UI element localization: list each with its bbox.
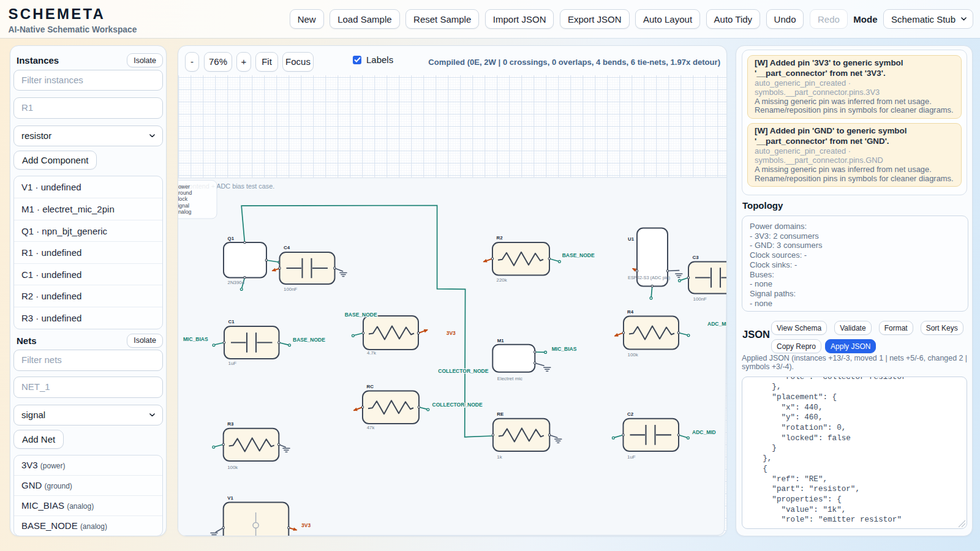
- svg-text:RC: RC: [367, 384, 374, 389]
- svg-text:C4: C4: [284, 245, 290, 250]
- svg-text:RE: RE: [497, 411, 503, 417]
- svg-text:3V3: 3V3: [301, 522, 311, 528]
- svg-text:U1: U1: [628, 236, 635, 242]
- svg-text:C1: C1: [228, 319, 235, 324]
- svg-text:100k: 100k: [227, 465, 238, 470]
- svg-text:power: power: [178, 184, 190, 190]
- svg-text:C3: C3: [693, 255, 699, 260]
- svg-text:ADC_MID: ADC_MID: [692, 429, 716, 435]
- svg-text:ESP32-S3 (ADC pin): ESP32-S3 (ADC pin): [628, 275, 670, 280]
- svg-text:MIC_BIAS: MIC_BIAS: [552, 346, 577, 352]
- svg-text:100k: 100k: [628, 352, 638, 358]
- svg-text:MIC_BIAS: MIC_BIAS: [183, 336, 208, 342]
- svg-text:1uF: 1uF: [228, 361, 237, 366]
- svg-text:C2: C2: [627, 411, 634, 417]
- svg-text:1uF: 1uF: [627, 454, 636, 460]
- svg-text:220k: 220k: [497, 277, 507, 283]
- svg-text:3V3: 3V3: [447, 330, 456, 336]
- svg-text:Q1: Q1: [228, 236, 235, 241]
- svg-text:4.7k: 4.7k: [367, 350, 376, 356]
- svg-text:signal: signal: [178, 203, 189, 209]
- svg-text:ADC_MID: ADC_MID: [707, 321, 726, 327]
- svg-text:1k: 1k: [497, 454, 502, 460]
- svg-text:2N3904: 2N3904: [228, 280, 245, 285]
- svg-text:100nF: 100nF: [693, 296, 707, 302]
- svg-text:clock: clock: [178, 196, 188, 202]
- svg-text:R2: R2: [497, 235, 503, 241]
- svg-text:R4: R4: [627, 309, 634, 315]
- svg-text:47k: 47k: [367, 425, 375, 430]
- svg-text:ground: ground: [178, 190, 192, 196]
- svg-text:COLLECTOR_NODE: COLLECTOR_NODE: [432, 402, 483, 408]
- svg-text:R3: R3: [227, 421, 234, 427]
- svg-text:analog: analog: [178, 209, 192, 215]
- svg-text:Electret mic: Electret mic: [497, 376, 522, 381]
- svg-text:BASE_NODE: BASE_NODE: [345, 312, 377, 318]
- svg-text:BASE_NODE: BASE_NODE: [293, 337, 325, 343]
- svg-text:BASE_NODE: BASE_NODE: [562, 252, 595, 258]
- svg-text:M1: M1: [497, 338, 505, 343]
- svg-text:V1: V1: [227, 495, 233, 501]
- svg-text:100nF: 100nF: [284, 287, 298, 292]
- svg-text:COLLECTOR_NODE: COLLECTOR_NODE: [438, 368, 488, 374]
